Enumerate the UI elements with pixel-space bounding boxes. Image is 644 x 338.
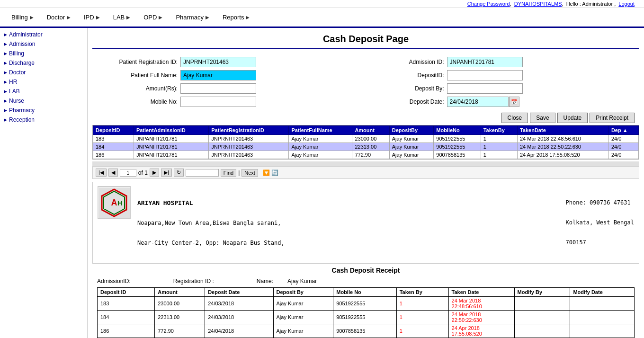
sidebar-label-nurse: Nurse (9, 98, 24, 104)
data-table-wrapper: DepositID PatientAdmissionID PatientRegi… (92, 125, 639, 160)
hospital-section: A H ARIYAN HOSPITAL Noapara,New Town Are… (92, 182, 639, 264)
mobile-label: Mobile No: (102, 98, 178, 105)
form-area: Patient Registration ID: Admission ID: P… (92, 54, 639, 110)
sidebar-arrow-admission: ▶ (4, 42, 7, 46)
sidebar-item-reception[interactable]: ▶ Reception (0, 115, 87, 125)
nav-ipd-arrow: ▶ (96, 15, 100, 20)
action-buttons: Close Save Update Print Receipt (92, 110, 639, 125)
pg-search-input[interactable] (186, 169, 219, 177)
pg-last-button[interactable]: ▶| (161, 169, 172, 177)
pg-first-button[interactable]: |◀ (96, 169, 107, 177)
nav-reports[interactable]: Reports ▶ (216, 11, 257, 24)
patient-fullname-input[interactable] (180, 70, 256, 80)
table-row[interactable]: 186 JNPANHT201781 JNPRNHT201463 Ajay Kum… (93, 151, 639, 159)
reload-icon[interactable]: 🔄 (271, 169, 278, 176)
nav-opd[interactable]: OPD ▶ (137, 11, 169, 24)
sidebar-label-hr: HR (9, 79, 17, 85)
page-title: Cash Deposit Page (92, 28, 639, 49)
table-row[interactable]: 183 JNPANHT201781 JNPRNHT201463 Ajay Kum… (93, 135, 639, 143)
deposit-id-label: DepositID: (368, 72, 444, 79)
sidebar-item-admission[interactable]: ▶ Admission (0, 39, 87, 49)
deposit-by-input[interactable] (447, 83, 523, 94)
r-deposit-by: Ajay Kumar (273, 311, 333, 324)
pg-prev-button[interactable]: ◀ (108, 169, 118, 177)
nav-ipd[interactable]: IPD ▶ (77, 11, 107, 24)
deposit-id-input[interactable] (447, 70, 523, 80)
change-password-link[interactable]: Change Password (467, 1, 510, 7)
nav-billing-label: Billing (11, 14, 28, 21)
r-taken-by: 1 (396, 324, 448, 338)
nav-billing[interactable]: Billing ▶ (5, 11, 40, 24)
horizontal-scrollbar[interactable] (92, 161, 639, 166)
sidebar-item-pharmacy[interactable]: ▶ Pharmacy (0, 106, 87, 115)
cell-depositby: Ajay Kumar (389, 143, 434, 151)
col-depositid: DepositID (93, 126, 134, 135)
r-mobile-no: 9051922555 (333, 311, 396, 324)
sidebar-list: ▶ Administrator ▶ Admission ▶ Billing ▶ … (0, 28, 88, 338)
cell-reg-id: JNPRNHT201463 (209, 135, 289, 143)
sidebar-item-billing[interactable]: ▶ Billing (0, 49, 87, 58)
sidebar-label-doctor: Doctor (9, 69, 26, 76)
sidebar-arrow-nurse: ▶ (4, 98, 7, 103)
cell-takendate: 24 Apr 2018 17:55:08:520 (517, 151, 608, 159)
sidebar-item-administrator[interactable]: ▶ Administrator (0, 30, 87, 39)
cell-takenby: 1 (481, 151, 517, 159)
r-taken-date: 24 Mar 201822:48:56:610 (448, 297, 514, 311)
filter-icon[interactable]: 🔽 (263, 169, 270, 176)
sidebar-item-doctor[interactable]: ▶ Doctor (0, 68, 87, 77)
table-row[interactable]: 184 JNPANHT201781 JNPRNHT201463 Ajay Kum… (93, 143, 639, 151)
nav-doctor-label: Doctor (47, 14, 65, 21)
pg-next-button[interactable]: ▶ (150, 169, 159, 177)
rh-modify-date: Modify Date (570, 288, 635, 297)
r-amount: 772.90 (155, 324, 205, 338)
patient-reg-id-input[interactable] (180, 57, 256, 67)
pg-current-page[interactable] (120, 169, 136, 177)
nav-pharmacy[interactable]: Pharmacy ▶ (169, 11, 216, 24)
mobile-input[interactable] (180, 97, 256, 107)
receipt-name-value: Ajay Kumar (287, 278, 317, 285)
r-taken-date: 24 Mar 201822:50:22:630 (448, 311, 514, 324)
sidebar-item-hr[interactable]: ▶ HR (0, 77, 87, 87)
cell-fullname: Ajay Kumar (289, 135, 352, 143)
sidebar-item-nurse[interactable]: ▶ Nurse (0, 96, 87, 106)
amount-label: Amount(Rs): (102, 85, 178, 92)
update-button[interactable]: Update (557, 113, 588, 123)
cell-depositid: 184 (93, 143, 134, 151)
sidebar-item-lab[interactable]: ▶ LAB (0, 87, 87, 96)
save-button[interactable]: Save (530, 113, 555, 123)
nav-opd-arrow: ▶ (159, 15, 162, 20)
pg-next-find-button[interactable]: Next (242, 169, 258, 177)
rh-taken-date: Taken Date (448, 288, 514, 297)
svg-text:A: A (111, 198, 117, 207)
close-button[interactable]: Close (501, 113, 528, 123)
cell-admission-id: JNPANHT201781 (134, 135, 208, 143)
logo-svg: A H (99, 187, 130, 218)
pg-find-button[interactable]: Find (221, 169, 236, 177)
col-dep: Dep ▲ (608, 126, 638, 135)
calendar-button[interactable]: 📅 (509, 97, 519, 107)
sidebar-item-discharge[interactable]: ▶ Discharge (0, 58, 87, 68)
rh-modify-by: Modify By (514, 288, 570, 297)
nav-lab[interactable]: LAB ▶ (107, 11, 137, 24)
cell-reg-id: JNPRNHT201463 (209, 143, 289, 151)
pagination-bar: |◀ ◀ of 1 ▶ ▶| ↻ Find | Next 🔽 🔄 (92, 166, 639, 179)
rh-taken-by: Taken By (396, 288, 448, 297)
hospital-city: Kolkata, West Bengal (566, 219, 635, 226)
logout-link[interactable]: Logout (618, 1, 635, 7)
amount-input[interactable] (180, 83, 256, 94)
cell-depositid: 183 (93, 135, 134, 143)
hospital-pin: 700157 (566, 239, 635, 246)
app-name-link[interactable]: DYNAHOSPITALMS (514, 1, 562, 7)
nav-doctor[interactable]: Doctor ▶ (40, 11, 77, 24)
pg-of-label: of 1 (138, 169, 148, 176)
pg-refresh-button[interactable]: ↻ (174, 169, 184, 177)
receipt-meta: AdmissionID: Registration ID : Name: Aja… (97, 278, 635, 285)
hello-text: Hello : Administrator (566, 1, 613, 7)
admission-id-input[interactable] (447, 57, 523, 67)
deposit-date-input[interactable] (447, 97, 509, 107)
col-mobileno: MobileNo (434, 126, 481, 135)
print-receipt-button[interactable]: Print Receipt (590, 113, 635, 123)
r-mobile-no: 9007858135 (333, 324, 396, 338)
nav-reports-label: Reports (223, 14, 244, 21)
nav-doctor-arrow: ▶ (67, 15, 71, 20)
